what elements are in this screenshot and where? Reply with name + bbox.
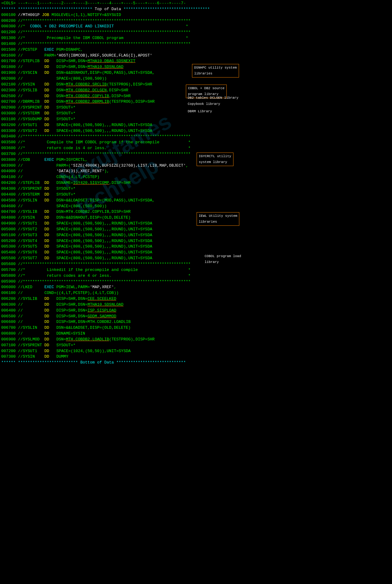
line-005000: 005000 //SYSUT2 DD SPACE=(800,(500,500),… xyxy=(1,227,391,232)
line-004000: 004000 // 'DATA(31),XREF,RENT'), xyxy=(1,169,391,174)
line-007200: 007200 //SYSUT1 DD SPACE=(1024,(50,50)),… xyxy=(1,348,391,354)
line-004700: 004700 //SYSLIB DD DSN=MTH.COBDB2.COPYLI… xyxy=(1,209,391,215)
line-004100: 004100 // COND=(4,LT,PCSTEP) xyxy=(1,174,391,180)
line-004500: 004500 //SYSLIN DD DSN=&&LOADSET,DISP=(M… xyxy=(1,198,391,204)
line-003900: 003900 // PARM=('SIZE(4000K),BUFSIZE(327… xyxy=(1,163,391,169)
line-005900: 005900 //*******************************… xyxy=(1,279,391,285)
line-005100: 005100 //SYSUT3 DD SPACE=(800,(500,500),… xyxy=(1,232,391,238)
line-005700: 005700 //* Linkedit if the precompile an… xyxy=(1,267,391,273)
line-003400: 003400 //*******************************… xyxy=(1,134,391,140)
annotation-iewl: IEWL Utility systemlibraries xyxy=(197,212,239,226)
code-display: =COLS> ---+----1----+----2----+----3----… xyxy=(1,1,391,366)
line-005200: 005200 //SYSUT4 DD SPACE=(800,(500,500),… xyxy=(1,238,391,244)
stars-top: ****** ******************************* T… xyxy=(1,6,391,12)
line-000300: 000300 //* COBOL + DB2 PRECOMPILE AND LI… xyxy=(1,24,391,30)
line-005600: 005600 //*******************************… xyxy=(1,261,391,267)
annotation-copybook: Copybook library xyxy=(186,101,222,108)
annotation-dsnhpc: DSNHPC utility systemlibraries xyxy=(192,64,239,77)
ruler-line: =COLS> ---+----1----+----2----+----3----… xyxy=(1,1,391,6)
line-005800: 005800 //* return codes are 4 or less. * xyxy=(1,273,391,279)
annotation-dbrm: DBRM Library xyxy=(186,108,214,115)
line-003200: 003200 //SYSUT1 DD SPACE=(800,(500,500),… xyxy=(1,122,391,128)
line-004400: 004400 //SYSTERM DD SYSOUT=* xyxy=(1,192,391,198)
line-006500: 006500 // DD DISP=SHR,DSN=GDDM.SADMMOD xyxy=(1,314,391,320)
line-004200: 004200 //STEPLIB DD DSNAME=IGY420.SIGYCO… xyxy=(1,180,391,186)
line-007300: 007300 //SYSIN DD DUMMY xyxy=(1,354,391,360)
line-006800: 006800 // DD DDNAME=SYSIN xyxy=(1,331,391,337)
line-003100: 003100 //SYSUDUMP DD SYSOUT=* xyxy=(1,117,391,122)
line-006600: 006600 // DD DISP=SHR,DSN=MTH.COBDB2.LOA… xyxy=(1,319,391,325)
line-006900: 006900 //SYSLMOD DD DSN=MTH.COBDB2.LOADL… xyxy=(1,337,391,343)
annotation-igycrctl: IGYCRCTL utilitysystem library xyxy=(197,153,233,166)
line-000200: 000200 //*******************************… xyxy=(1,18,391,24)
line-001300: 001300 //* Precompile the IBM COBOL prog… xyxy=(1,35,391,41)
line-006700: 006700 //SYSLIN DD DSN=&&LOADSET,DISP=(O… xyxy=(1,325,391,331)
line-001600: 001600 // PARM='HOST(IBMCOB),XREF,SOURCE… xyxy=(1,53,391,59)
line-006100: 006100 // COND=((4,LT,PCSTEP),(4,LT,COB)… xyxy=(1,290,391,296)
line-007100: 007100 //SYSPRINT DD SYSOUT=* xyxy=(1,343,391,348)
line-003700: 003700 //*******************************… xyxy=(1,151,391,157)
main-screen: Naxujfamestechhelp =COLS> ---+----1----+… xyxy=(0,0,392,584)
line-000100: 000100 //MTH001P JOB MSGLEVEL=(1,1),NOTI… xyxy=(1,12,391,18)
line-006200: 006200 //SYSLIB DD DISP=SHR,DSN=CEE.SCEE… xyxy=(1,296,391,302)
line-003800: 003800 //COB EXEC PGM=IGYCRCTL, xyxy=(1,157,391,163)
line-005400: 005400 //SYSUT6 DD SPACE=(800,(500,500),… xyxy=(1,250,391,256)
line-005300: 005300 //SYSUT5 DD SPACE=(800,(500,500),… xyxy=(1,244,391,250)
line-006300: 006300 // DD DISP=SHR,DSN=MTHA10.SDSNLOA… xyxy=(1,302,391,308)
line-004300: 004300 //SYSPRINT DD SYSOUT=* xyxy=(1,186,391,192)
line-006400: 006400 // DD DISP=SHR,DSN=ISP.SISPLOAD xyxy=(1,308,391,314)
line-003600: 003600 //* return code is 4 or less. * xyxy=(1,145,391,151)
line-004800: 004800 //SYSIN DD DSN=&&DSNHOUT,DISP=(OL… xyxy=(1,215,391,221)
line-001400: 001400 //*******************************… xyxy=(1,41,391,47)
line-001700: 001700 //STEPLIB DD DISP=SHR,DSN=MTHA10.… xyxy=(1,58,391,64)
annotation-loadlib: COBOL program loadlibrary xyxy=(203,253,243,266)
line-001200: 001200 //*******************************… xyxy=(1,30,391,35)
stars-bottom: ****** ************************* Bottom … xyxy=(1,360,391,366)
line-003500: 003500 //* Compile the IBM COBOL program… xyxy=(1,140,391,145)
line-003300: 003300 //SYSUT2 DD SPACE=(800,(500,500),… xyxy=(1,128,391,134)
line-006000: 006000 //LKED EXEC PGM=IEWL,PARM='MAP,XR… xyxy=(1,284,391,290)
line-005500: 005500 //SYSUT7 DD SPACE=(800,(500,500),… xyxy=(1,256,391,261)
line-004900: 004900 //SYSUT1 DD SPACE=(800,(500,500),… xyxy=(1,221,391,227)
line-004600: 004600 // SPACE=(800,(500,500)) xyxy=(1,204,391,209)
line-001500: 001500 //PCSTEP EXEC PGM=DSNHPC, xyxy=(1,47,391,53)
